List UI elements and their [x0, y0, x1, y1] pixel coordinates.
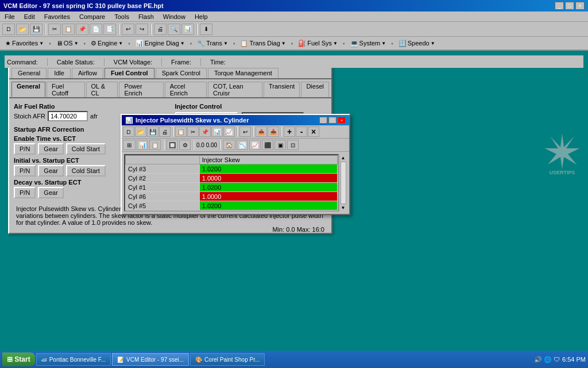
cyl1-value[interactable]: 1.0200: [199, 183, 337, 192]
sub-tab-general[interactable]: General: [11, 82, 45, 97]
cyl6-value[interactable]: 1.0000: [199, 192, 337, 201]
injector-close-button[interactable]: ×: [338, 117, 346, 124]
cyl4-value[interactable]: 1.0000: [199, 210, 337, 212]
taskbar-item-vcm[interactable]: 📝 VCM Editor - 97 ssei...: [112, 353, 189, 366]
toolbar-btn6[interactable]: 🔍: [168, 24, 180, 35]
nav-fuel-sys[interactable]: ⛽ Fuel Sys ▼: [295, 39, 341, 48]
inj-tb2-btn4[interactable]: 🔲: [167, 140, 178, 150]
sub-tab-power-enrich[interactable]: Power Enrich: [119, 82, 163, 97]
taskbar-item-pontiac[interactable]: 🏎 Pontiac Bonneville F...: [36, 353, 111, 366]
menu-file[interactable]: File: [2, 13, 17, 21]
toolbar-download[interactable]: ⬇: [200, 24, 212, 35]
scroll-up-arrow[interactable]: ▲: [341, 155, 346, 160]
toolbar-cut[interactable]: ✂: [48, 24, 61, 35]
toolbar-save[interactable]: 💾: [30, 24, 42, 35]
menu-help[interactable]: Help: [192, 13, 210, 21]
sub-tab-diesel[interactable]: Diesel: [301, 82, 329, 97]
inj-mul-btn[interactable]: ×: [308, 126, 319, 137]
inj-sub-btn[interactable]: -: [296, 126, 307, 137]
nav-favorites[interactable]: ★ Favorites ▼: [2, 39, 47, 48]
enable-gear-button[interactable]: Gear: [38, 143, 63, 155]
decay-pn-button[interactable]: P/N: [14, 187, 36, 198]
inj-tb2-btn9[interactable]: ⬛: [262, 140, 273, 150]
inj-add-btn[interactable]: +: [284, 126, 295, 137]
toolbar-print[interactable]: 🖨: [154, 24, 167, 35]
inj-btn10[interactable]: 📤: [256, 126, 267, 137]
enable-cold-start-button[interactable]: Cold Start: [66, 143, 106, 155]
inj-tb2-btn8[interactable]: 📈: [249, 140, 261, 150]
toolbar-new[interactable]: 🗋: [2, 24, 15, 35]
inj-btn6[interactable]: ✂: [187, 126, 199, 137]
inj-tb2-btn11[interactable]: ⊡: [287, 140, 299, 150]
inj-save-btn[interactable]: 💾: [147, 126, 158, 137]
stoich-afr-input[interactable]: [48, 111, 88, 121]
injector-maximize-button[interactable]: □: [328, 117, 336, 124]
inj-undo-btn[interactable]: ↩: [239, 126, 251, 137]
menu-flash[interactable]: Flash: [136, 13, 156, 21]
injector-minimize-button[interactable]: _: [319, 117, 327, 124]
tab-spark-control[interactable]: Spark Control: [156, 68, 207, 78]
sub-tab-fuel-cutoff[interactable]: Fuel Cutoff: [47, 82, 85, 97]
start-button[interactable]: ⊞ Start: [2, 352, 35, 366]
nav-os[interactable]: 🖥 OS ▼: [53, 39, 82, 48]
menu-compare[interactable]: Compare: [77, 13, 107, 21]
inj-btn8[interactable]: 📊: [211, 126, 223, 137]
tab-torque-management[interactable]: Torque Management: [208, 68, 278, 78]
toolbar-btn5[interactable]: 📑: [103, 24, 116, 35]
toolbar-paste[interactable]: 📌: [76, 24, 88, 35]
inj-new-btn[interactable]: 🗋: [123, 126, 134, 137]
cyl5-value[interactable]: 1.0200: [199, 201, 337, 210]
toolbar-btn7[interactable]: 📊: [181, 24, 194, 35]
initial-pn-button[interactable]: P/N: [14, 165, 36, 177]
toolbar-btn4[interactable]: 📄: [90, 24, 102, 35]
menu-edit[interactable]: Edit: [22, 13, 37, 21]
toolbar-undo[interactable]: ↩: [122, 24, 134, 35]
inj-tb2-btn6[interactable]: 🏠: [223, 140, 235, 150]
menu-favorites[interactable]: Favorites: [42, 13, 72, 21]
inj-btn11[interactable]: 📥: [268, 126, 279, 137]
initial-gear-button[interactable]: Gear: [38, 165, 63, 177]
sub-tab-cot[interactable]: COT, Lean Cruisr: [208, 82, 262, 97]
inj-tb2-btn1[interactable]: ⊞: [123, 140, 136, 150]
toolbar-copy[interactable]: 📋: [62, 24, 75, 35]
inj-btn5[interactable]: 📋: [175, 126, 187, 137]
inj-btn7[interactable]: 📌: [199, 126, 211, 137]
close-button[interactable]: ×: [575, 2, 585, 10]
toolbar-redo[interactable]: ↪: [136, 24, 148, 35]
toolbar-open[interactable]: 📂: [16, 24, 29, 35]
table-scroll[interactable]: Injector Skew Cyl #3 1.0200 Cyl #2 1.000…: [124, 154, 339, 212]
taskbar-item-corel[interactable]: 🎨 Corel Paint Shop Pr...: [190, 353, 265, 366]
menu-tools[interactable]: Tools: [112, 13, 131, 21]
inj-btn9[interactable]: 📈: [223, 126, 235, 137]
menu-window[interactable]: Window: [161, 13, 188, 21]
inj-tb2-btn2[interactable]: 📊: [137, 140, 148, 150]
tab-general[interactable]: General: [11, 68, 47, 78]
scroll-thumb[interactable]: [341, 162, 346, 204]
inj-tb2-btn10[interactable]: ▣: [274, 140, 286, 150]
inj-tb2-btn3[interactable]: 📋: [149, 140, 161, 150]
nav-system[interactable]: 💻 System ▼: [347, 39, 389, 48]
scroll-down-arrow[interactable]: ▼: [341, 205, 346, 210]
maximize-button[interactable]: □: [565, 2, 574, 10]
nav-speedo[interactable]: 🔢 Speedo ▼: [396, 39, 438, 48]
tab-fuel-control[interactable]: Fuel Control: [105, 68, 154, 78]
nav-trans-diag[interactable]: 📋 Trans Diag ▼: [237, 39, 288, 48]
initial-cold-start-button[interactable]: Cold Start: [66, 165, 106, 177]
sub-tab-ol-cl[interactable]: OL & CL: [86, 82, 118, 97]
cyl2-value[interactable]: 1.0000: [199, 174, 337, 183]
nav-engine-diag[interactable]: 📊 Engine Diag ▼: [133, 39, 188, 48]
sub-tab-accel-enrich[interactable]: Accel Enrich: [165, 82, 207, 97]
inj-open-btn[interactable]: 📂: [135, 126, 146, 137]
tab-airflow[interactable]: Airflow: [72, 68, 103, 78]
inj-print-btn[interactable]: 🖨: [159, 126, 171, 137]
inj-tb2-btn5[interactable]: ⚙: [179, 140, 191, 150]
cyl3-value[interactable]: 1.0200: [199, 164, 337, 174]
inj-tb2-btn7[interactable]: 📉: [237, 140, 248, 150]
nav-trans[interactable]: 🔧 Trans ▼: [194, 39, 231, 48]
tab-idle[interactable]: Idle: [48, 68, 71, 78]
decay-gear-button[interactable]: Gear: [38, 187, 63, 198]
nav-engine[interactable]: ⚙ Engine ▼: [88, 39, 126, 48]
scroll-bar[interactable]: ▲ ▼: [339, 154, 347, 212]
enable-pn-button[interactable]: P/N: [14, 143, 36, 155]
sub-tab-transient[interactable]: Transient: [264, 82, 300, 97]
